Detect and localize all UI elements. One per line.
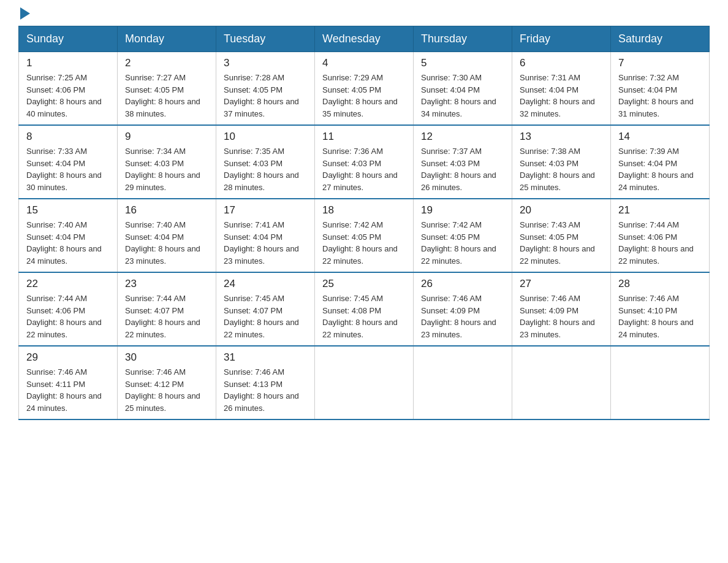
calendar-cell: 22 Sunrise: 7:44 AMSunset: 4:06 PMDaylig… [19,272,118,346]
day-info: Sunrise: 7:44 AMSunset: 4:06 PMDaylight:… [26,294,102,339]
day-info: Sunrise: 7:33 AMSunset: 4:04 PMDaylight:… [26,147,102,192]
calendar-cell: 8 Sunrise: 7:33 AMSunset: 4:04 PMDayligh… [19,125,118,199]
calendar-cell [414,346,512,419]
day-info: Sunrise: 7:40 AMSunset: 4:04 PMDaylight:… [26,220,102,266]
day-info: Sunrise: 7:45 AMSunset: 4:08 PMDaylight:… [322,294,398,339]
calendar-cell: 13 Sunrise: 7:38 AMSunset: 4:03 PMDaylig… [512,125,611,199]
day-number: 27 [520,278,603,290]
day-number: 8 [26,131,110,143]
day-number: 2 [125,57,208,69]
calendar-cell: 3 Sunrise: 7:28 AMSunset: 4:05 PMDayligh… [216,52,315,126]
day-number: 3 [224,57,307,69]
day-number: 26 [421,278,504,290]
day-info: Sunrise: 7:35 AMSunset: 4:03 PMDaylight:… [224,147,299,192]
day-number: 24 [224,278,307,290]
calendar-cell: 30 Sunrise: 7:46 AMSunset: 4:12 PMDaylig… [118,346,216,419]
day-number: 29 [26,351,110,364]
header-friday: Friday [512,26,611,52]
day-number: 21 [618,204,702,216]
day-number: 19 [421,204,504,216]
header-saturday: Saturday [611,26,710,52]
day-info: Sunrise: 7:45 AMSunset: 4:07 PMDaylight:… [224,294,299,339]
calendar-cell: 24 Sunrise: 7:45 AMSunset: 4:07 PMDaylig… [216,272,315,346]
day-info: Sunrise: 7:46 AMSunset: 4:09 PMDaylight:… [520,294,595,339]
calendar-cell: 9 Sunrise: 7:34 AMSunset: 4:03 PMDayligh… [118,125,216,199]
calendar-cell: 28 Sunrise: 7:46 AMSunset: 4:10 PMDaylig… [611,272,710,346]
day-number: 14 [618,131,702,143]
day-number: 25 [322,278,406,290]
calendar-cell: 16 Sunrise: 7:40 AMSunset: 4:04 PMDaylig… [118,199,216,272]
day-number: 7 [618,57,702,69]
day-info: Sunrise: 7:46 AMSunset: 4:10 PMDaylight:… [618,294,694,339]
day-info: Sunrise: 7:39 AMSunset: 4:04 PMDaylight:… [618,147,694,192]
day-info: Sunrise: 7:25 AMSunset: 4:06 PMDaylight:… [26,73,102,118]
calendar-cell: 10 Sunrise: 7:35 AMSunset: 4:03 PMDaylig… [216,125,315,199]
day-number: 23 [125,278,208,290]
calendar-cell: 26 Sunrise: 7:46 AMSunset: 4:09 PMDaylig… [414,272,512,346]
calendar-cell: 19 Sunrise: 7:42 AMSunset: 4:05 PMDaylig… [414,199,512,272]
day-info: Sunrise: 7:46 AMSunset: 4:12 PMDaylight:… [125,367,200,413]
logo [18,12,30,20]
day-number: 6 [520,57,603,69]
calendar-cell: 7 Sunrise: 7:32 AMSunset: 4:04 PMDayligh… [611,52,710,126]
header-wednesday: Wednesday [315,26,414,52]
page-header [18,12,710,20]
calendar-cell: 15 Sunrise: 7:40 AMSunset: 4:04 PMDaylig… [19,199,118,272]
day-number: 30 [125,351,208,364]
calendar-cell: 12 Sunrise: 7:37 AMSunset: 4:03 PMDaylig… [414,125,512,199]
header-thursday: Thursday [414,26,512,52]
calendar-week-row: 8 Sunrise: 7:33 AMSunset: 4:04 PMDayligh… [19,125,710,199]
day-info: Sunrise: 7:29 AMSunset: 4:05 PMDaylight:… [322,73,398,118]
calendar-cell: 20 Sunrise: 7:43 AMSunset: 4:05 PMDaylig… [512,199,611,272]
calendar-cell [512,346,611,419]
day-info: Sunrise: 7:46 AMSunset: 4:11 PMDaylight:… [26,367,102,413]
day-info: Sunrise: 7:32 AMSunset: 4:04 PMDaylight:… [618,73,694,118]
day-number: 17 [224,204,307,216]
day-number: 20 [520,204,603,216]
day-info: Sunrise: 7:31 AMSunset: 4:04 PMDaylight:… [520,73,595,118]
day-info: Sunrise: 7:38 AMSunset: 4:03 PMDaylight:… [520,147,595,192]
day-info: Sunrise: 7:44 AMSunset: 4:06 PMDaylight:… [618,220,694,266]
day-number: 4 [322,57,406,69]
calendar-cell: 4 Sunrise: 7:29 AMSunset: 4:05 PMDayligh… [315,52,414,126]
day-number: 31 [224,351,307,364]
day-number: 10 [224,131,307,143]
calendar-cell: 25 Sunrise: 7:45 AMSunset: 4:08 PMDaylig… [315,272,414,346]
day-info: Sunrise: 7:44 AMSunset: 4:07 PMDaylight:… [125,294,200,339]
calendar-cell: 27 Sunrise: 7:46 AMSunset: 4:09 PMDaylig… [512,272,611,346]
day-number: 22 [26,278,110,290]
calendar-cell: 2 Sunrise: 7:27 AMSunset: 4:05 PMDayligh… [118,52,216,126]
calendar-cell: 11 Sunrise: 7:36 AMSunset: 4:03 PMDaylig… [315,125,414,199]
header-sunday: Sunday [19,26,118,52]
day-info: Sunrise: 7:41 AMSunset: 4:04 PMDaylight:… [224,220,299,266]
calendar-cell: 5 Sunrise: 7:30 AMSunset: 4:04 PMDayligh… [414,52,512,126]
day-number: 5 [421,57,504,69]
day-number: 9 [125,131,208,143]
day-info: Sunrise: 7:34 AMSunset: 4:03 PMDaylight:… [125,147,200,192]
day-info: Sunrise: 7:46 AMSunset: 4:09 PMDaylight:… [421,294,496,339]
header-monday: Monday [118,26,216,52]
calendar-cell: 17 Sunrise: 7:41 AMSunset: 4:04 PMDaylig… [216,199,315,272]
calendar-cell: 6 Sunrise: 7:31 AMSunset: 4:04 PMDayligh… [512,52,611,126]
calendar-cell [315,346,414,419]
day-info: Sunrise: 7:46 AMSunset: 4:13 PMDaylight:… [224,367,299,413]
calendar-cell: 14 Sunrise: 7:39 AMSunset: 4:04 PMDaylig… [611,125,710,199]
calendar-week-row: 29 Sunrise: 7:46 AMSunset: 4:11 PMDaylig… [19,346,710,419]
calendar-cell: 29 Sunrise: 7:46 AMSunset: 4:11 PMDaylig… [19,346,118,419]
day-number: 18 [322,204,406,216]
day-info: Sunrise: 7:43 AMSunset: 4:05 PMDaylight:… [520,220,595,266]
day-number: 16 [125,204,208,216]
day-number: 12 [421,131,504,143]
day-info: Sunrise: 7:30 AMSunset: 4:04 PMDaylight:… [421,73,496,118]
calendar-cell: 21 Sunrise: 7:44 AMSunset: 4:06 PMDaylig… [611,199,710,272]
day-info: Sunrise: 7:36 AMSunset: 4:03 PMDaylight:… [322,147,398,192]
logo-arrow-icon [20,7,30,20]
calendar-table: Sunday Monday Tuesday Wednesday Thursday… [18,26,710,420]
calendar-week-row: 15 Sunrise: 7:40 AMSunset: 4:04 PMDaylig… [19,199,710,272]
weekday-header-row: Sunday Monday Tuesday Wednesday Thursday… [19,26,710,52]
calendar-cell: 1 Sunrise: 7:25 AMSunset: 4:06 PMDayligh… [19,52,118,126]
calendar-cell: 23 Sunrise: 7:44 AMSunset: 4:07 PMDaylig… [118,272,216,346]
day-info: Sunrise: 7:37 AMSunset: 4:03 PMDaylight:… [421,147,496,192]
day-number: 11 [322,131,406,143]
day-number: 13 [520,131,603,143]
